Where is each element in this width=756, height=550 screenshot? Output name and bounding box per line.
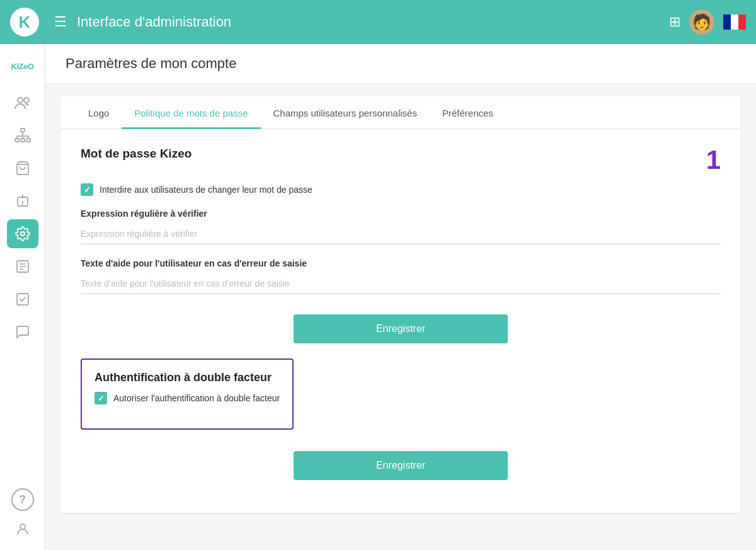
main-layout: KiZeO — [0, 44, 756, 550]
help-label: Texte d'aide pour l'utilisateur en cas d… — [81, 258, 721, 268]
checkbox-tfa[interactable]: ✓ — [94, 392, 107, 404]
page-title-bar: Paramètres de mon compte — [45, 44, 756, 84]
logo-k-letter: K — [19, 13, 31, 32]
sidebar-item-tasks[interactable] — [7, 285, 38, 314]
header-title: Interface d'administration — [77, 14, 659, 30]
tab-custom-fields[interactable]: Champs utilisateurs personnalisés — [261, 96, 430, 129]
sidebar-item-basket[interactable] — [7, 154, 38, 183]
tab-logo[interactable]: Logo — [76, 96, 122, 129]
sidebar-bottom: ? — [7, 488, 38, 544]
hamburger-icon[interactable]: ☰ — [54, 14, 67, 30]
checkbox-row-tfa: ✓ Autoriser l'authentification à double … — [94, 392, 280, 404]
help-input[interactable] — [81, 273, 721, 294]
page-title: Paramètres de mon compte — [66, 55, 736, 72]
svg-point-16 — [21, 232, 25, 236]
svg-rect-5 — [21, 129, 25, 132]
svg-rect-0 — [723, 14, 731, 30]
sidebar-item-forms[interactable] — [7, 252, 38, 281]
main-card: Logo Politique de mots de passe Champs u… — [60, 96, 741, 513]
sidebar-item-plugin[interactable] — [7, 186, 38, 215]
avatar[interactable]: 🧑 — [689, 9, 714, 35]
svg-rect-7 — [21, 139, 25, 142]
tab-password[interactable]: Politique de mots de passe — [122, 96, 260, 129]
checkbox-row-password: ✓ Interdire aux utilisateurs de changer … — [81, 183, 721, 196]
check-icon-tfa: ✓ — [98, 394, 105, 403]
sidebar-item-settings[interactable] — [7, 219, 38, 248]
svg-point-22 — [20, 524, 25, 529]
tabs: Logo Politique de mots de passe Champs u… — [60, 96, 741, 129]
kizeo-brand: KiZeO — [11, 62, 34, 71]
content-area: Paramètres de mon compte Logo Politique … — [45, 44, 756, 550]
tab-preferences[interactable]: Préférences — [430, 96, 506, 129]
tfa-section-title: Authentification à double facteur — [94, 371, 280, 384]
svg-point-4 — [24, 98, 29, 103]
save-button-password[interactable]: Enregistrer — [294, 314, 508, 343]
svg-rect-8 — [26, 139, 30, 142]
checkbox-tfa-label: Autoriser l'authentification à double fa… — [113, 393, 280, 403]
grid-icon[interactable]: ⊞ — [669, 14, 680, 30]
sidebar-item-users[interactable] — [7, 88, 38, 117]
svg-point-3 — [18, 98, 23, 103]
sidebar-logo: KiZeO — [4, 50, 42, 82]
svg-rect-21 — [17, 294, 28, 305]
avatar-face: 🧑 — [692, 13, 711, 31]
sidebar-item-profile[interactable] — [7, 515, 38, 544]
language-flag[interactable] — [723, 14, 746, 30]
section-number: 1 — [706, 147, 721, 173]
svg-rect-1 — [731, 14, 738, 30]
regex-input[interactable] — [81, 224, 721, 244]
checkbox-password-label: Interdire aux utilisateurs de changer le… — [100, 185, 312, 195]
check-icon: ✓ — [84, 185, 91, 195]
svg-rect-6 — [15, 139, 19, 142]
card-content: Mot de passe Kizeo 1 ✓ Interdire aux uti… — [60, 129, 741, 513]
app-logo: K — [10, 8, 39, 37]
sidebar-item-network[interactable] — [7, 121, 38, 150]
header-actions: ⊞ 🧑 — [669, 9, 746, 35]
checkbox-password[interactable]: ✓ — [81, 183, 93, 196]
tfa-box: Authentification à double facteur ✓ Auto… — [81, 358, 294, 430]
sidebar-item-chat[interactable] — [7, 318, 38, 347]
sidebar: KiZeO — [0, 44, 45, 550]
regex-label: Expression régulière à vérifier — [81, 209, 721, 219]
save-button-tfa[interactable]: Enregistrer — [294, 451, 508, 480]
password-section-title: Mot de passe Kizeo — [81, 147, 192, 161]
svg-rect-2 — [738, 14, 746, 30]
sidebar-item-help[interactable]: ? — [11, 488, 34, 511]
top-header: K ☰ Interface d'administration ⊞ 🧑 — [0, 0, 756, 44]
